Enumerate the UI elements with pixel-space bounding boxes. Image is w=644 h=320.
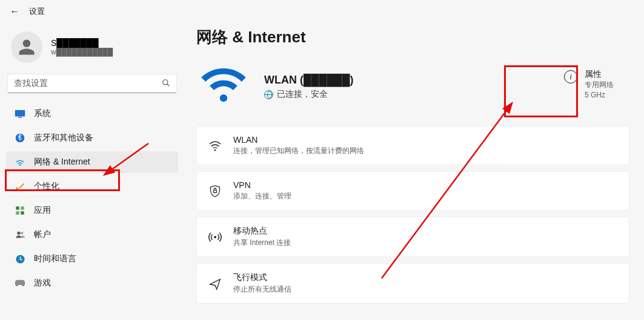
globe-icon bbox=[264, 90, 273, 99]
gamepad-icon bbox=[15, 278, 25, 289]
system-icon bbox=[15, 108, 25, 119]
row-subtitle: 连接，管理已知网络，按流量计费的网络 bbox=[233, 146, 364, 156]
back-button[interactable]: ← bbox=[10, 6, 19, 17]
avatar bbox=[11, 31, 42, 63]
search-placeholder: 查找设置 bbox=[14, 78, 162, 89]
svg-rect-3 bbox=[18, 117, 22, 118]
svg-point-4 bbox=[16, 134, 25, 143]
properties-subtitle2: 5 GHz bbox=[585, 90, 614, 100]
svg-rect-6 bbox=[21, 206, 24, 209]
properties-subtitle1: 专用网络 bbox=[585, 80, 614, 90]
svg-rect-13 bbox=[214, 190, 217, 192]
svg-line-1 bbox=[167, 83, 170, 86]
apps-icon bbox=[15, 205, 25, 216]
properties-title: 属性 bbox=[585, 69, 614, 80]
sidebar-item-gaming[interactable]: 游戏 bbox=[6, 272, 178, 294]
network-ssid: WLAN (██████) bbox=[264, 74, 354, 87]
shield-lock-icon bbox=[208, 184, 222, 198]
row-hotspot[interactable]: 移动热点 共享 Internet 连接 bbox=[196, 217, 629, 257]
row-vpn[interactable]: VPN 添加、连接、管理 bbox=[196, 171, 629, 211]
wifi-large-icon bbox=[196, 65, 251, 109]
brush-icon bbox=[15, 181, 25, 192]
sidebar-item-label: 帐户 bbox=[34, 229, 51, 240]
clock-globe-icon bbox=[15, 253, 25, 264]
sidebar-item-label: 个性化 bbox=[34, 181, 59, 192]
wifi-icon bbox=[208, 140, 222, 151]
svg-rect-5 bbox=[16, 206, 19, 209]
properties-card[interactable]: i 属性 专用网络 5 GHz bbox=[564, 69, 614, 100]
row-wlan[interactable]: WLAN 连接，管理已知网络，按流量计费的网络 bbox=[196, 126, 629, 165]
user-name: S███████ bbox=[51, 38, 113, 48]
row-title: 移动热点 bbox=[233, 226, 291, 237]
hotspot-icon bbox=[208, 231, 222, 243]
sidebar-item-time-language[interactable]: 时间和语言 bbox=[6, 248, 178, 270]
search-input[interactable]: 查找设置 bbox=[7, 74, 177, 93]
svg-point-12 bbox=[214, 149, 216, 151]
row-airplane[interactable]: 飞行模式 停止所有无线通信 bbox=[196, 263, 629, 304]
svg-rect-2 bbox=[15, 110, 25, 117]
sidebar-item-personalization[interactable]: 个性化 bbox=[6, 175, 178, 197]
app-title: 设置 bbox=[29, 6, 45, 17]
row-title: 飞行模式 bbox=[233, 272, 291, 283]
sidebar-item-label: 系统 bbox=[34, 108, 51, 119]
sidebar-item-accounts[interactable]: 帐户 bbox=[6, 224, 178, 246]
page-title: 网络 & Internet bbox=[196, 27, 629, 48]
row-subtitle: 停止所有无线通信 bbox=[233, 284, 291, 295]
sidebar-item-label: 应用 bbox=[34, 205, 51, 216]
info-icon: i bbox=[564, 70, 577, 83]
svg-rect-7 bbox=[16, 211, 19, 214]
person-icon bbox=[18, 38, 36, 56]
user-profile[interactable]: S███████ w███████████ bbox=[6, 27, 178, 74]
row-title: VPN bbox=[233, 180, 291, 190]
svg-point-9 bbox=[17, 232, 20, 235]
svg-point-14 bbox=[214, 236, 216, 238]
svg-point-10 bbox=[21, 232, 23, 234]
sidebar-item-label: 蓝牙和其他设备 bbox=[34, 132, 93, 143]
sidebar-item-apps[interactable]: 应用 bbox=[6, 200, 178, 221]
sidebar-item-system[interactable]: 系统 bbox=[6, 103, 178, 125]
svg-rect-8 bbox=[21, 211, 24, 214]
search-icon bbox=[162, 79, 170, 89]
wifi-icon bbox=[15, 157, 25, 168]
bluetooth-icon bbox=[15, 132, 25, 143]
sidebar-item-bluetooth[interactable]: 蓝牙和其他设备 bbox=[6, 127, 178, 149]
row-subtitle: 共享 Internet 连接 bbox=[233, 238, 291, 248]
row-subtitle: 添加、连接、管理 bbox=[233, 191, 291, 201]
accounts-icon bbox=[15, 229, 25, 240]
svg-point-0 bbox=[163, 79, 168, 84]
row-title: WLAN bbox=[233, 135, 364, 145]
sidebar-item-label: 游戏 bbox=[34, 278, 51, 289]
user-email: w███████████ bbox=[51, 48, 113, 56]
sidebar-item-label: 网络 & Internet bbox=[34, 157, 90, 168]
airplane-icon bbox=[208, 277, 222, 290]
network-status: 已连接，安全 bbox=[277, 89, 328, 100]
sidebar-item-network[interactable]: 网络 & Internet bbox=[6, 151, 178, 173]
sidebar-item-label: 时间和语言 bbox=[34, 253, 76, 264]
